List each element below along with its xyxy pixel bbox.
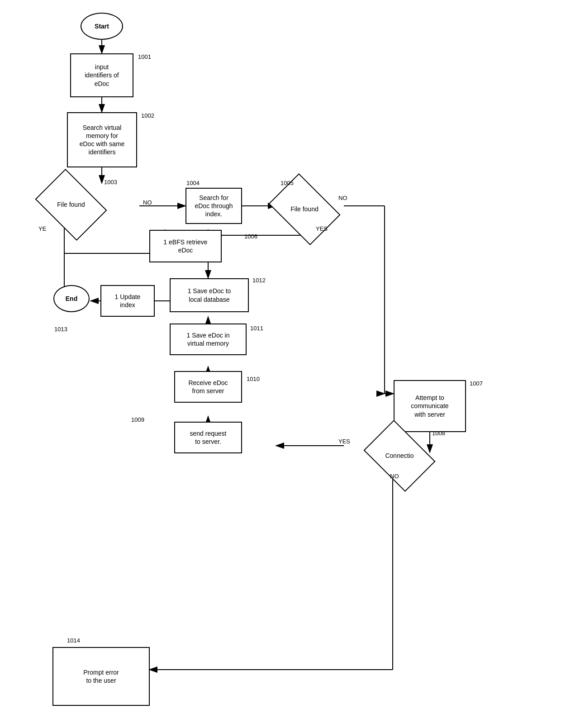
node-1013: 1 Updateindex	[100, 285, 155, 317]
node-1003: File found	[42, 183, 100, 226]
node-1011: 1 Save eDoc invirtual memory	[170, 324, 247, 355]
ref-1004: 1004	[186, 180, 200, 186]
ref-1010: 1010	[247, 376, 260, 382]
node-1010: Receive eDocfrom server	[174, 371, 242, 403]
ref-1006-wavy: 1006	[244, 233, 257, 240]
ref-1002: 1002	[141, 112, 154, 119]
arrows-svg	[0, 0, 561, 728]
node-1005: File found	[275, 188, 334, 231]
ref-1011: 1011	[250, 325, 263, 332]
ref-1008: 1008	[432, 430, 445, 437]
node-1009-label: send requestto server.	[190, 429, 227, 446]
end-label: End	[66, 295, 77, 303]
node-1004: Search foreDoc throughindex.	[185, 188, 242, 224]
start-label: Start	[95, 22, 109, 30]
node-1001-label: inputidentifiers ofeDoc	[85, 63, 119, 88]
node-1005-label: File found	[290, 205, 318, 213]
ref-1005: 1005	[280, 180, 294, 186]
node-1008-label: Connectio	[385, 452, 414, 460]
node-1008: Connectio	[370, 434, 429, 477]
ref-1013: 1013	[54, 326, 67, 333]
node-1002: Search virtualmemory foreDoc with sameid…	[67, 112, 137, 167]
node-1009: send requestto server.	[174, 422, 242, 453]
end-node: End	[53, 285, 90, 312]
start-node: Start	[81, 13, 123, 40]
node-1007-label: Attempt tocommunicatewith server	[411, 394, 448, 419]
ref-1009: 1009	[131, 416, 144, 423]
node-1014-label: Prompt errorto the user	[83, 668, 119, 685]
node-1006-label: 1 eBFS retrieveeDoc	[163, 238, 207, 254]
label-yes-1003: YE	[38, 225, 46, 232]
node-1012-label: 1 Save eDoc tolocal database	[188, 287, 231, 303]
node-1006: 1 eBFS retrieveeDoc	[149, 230, 222, 262]
label-yes-1008: YES	[338, 438, 350, 445]
ref-1001: 1001	[138, 53, 151, 60]
node-1014: Prompt errorto the user	[52, 647, 150, 706]
flowchart-diagram: Start inputidentifiers ofeDoc 1001 Searc…	[0, 0, 561, 728]
node-1001: inputidentifiers ofeDoc	[70, 53, 133, 97]
label-yes-1005: YES	[316, 225, 328, 232]
label-no-1008: NO	[390, 473, 399, 480]
node-1002-label: Search virtualmemory foreDoc with sameid…	[80, 124, 125, 157]
ref-1012: 1012	[252, 277, 266, 284]
node-1013-label: 1 Updateindex	[115, 293, 141, 309]
node-1010-label: Receive eDocfrom server	[188, 379, 228, 395]
label-no-1003: NO	[143, 199, 152, 206]
node-1003-label: File found	[57, 200, 85, 209]
node-1007: Attempt tocommunicatewith server	[394, 380, 466, 432]
ref-1007: 1007	[470, 380, 483, 387]
node-1004-label: Search foreDoc throughindex.	[195, 194, 233, 219]
node-1012: 1 Save eDoc tolocal database	[170, 278, 249, 312]
ref-1014: 1014	[67, 637, 80, 644]
label-no-1005: NO	[338, 195, 347, 201]
node-1011-label: 1 Save eDoc invirtual memory	[187, 331, 230, 347]
ref-1003: 1003	[104, 179, 117, 186]
